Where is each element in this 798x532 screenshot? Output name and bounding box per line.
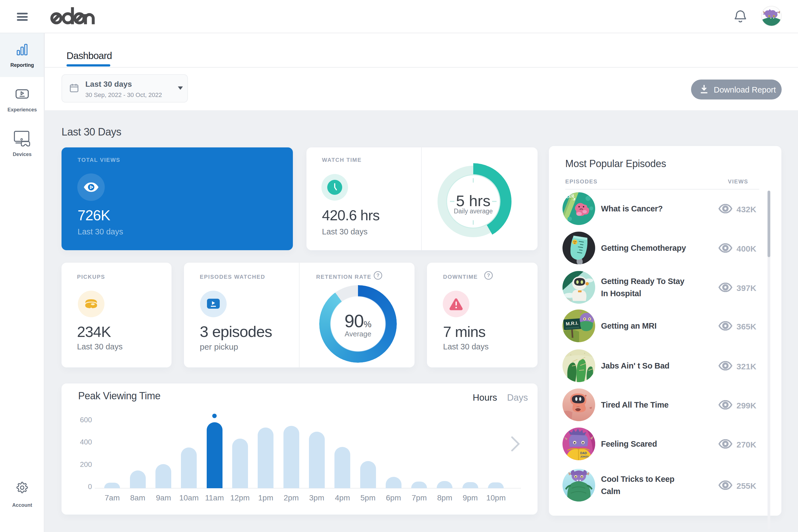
svg-text:5 hrs: 5 hrs [456,192,491,209]
svg-text:JOKES: JOKES [580,455,589,458]
svg-text:DAD: DAD [580,451,587,455]
svg-text:M.R.I.: M.R.I. [566,321,578,327]
svg-text:?: ? [487,273,490,278]
svg-text:?: ? [377,273,380,278]
svg-text:Daily average: Daily average [454,208,493,215]
